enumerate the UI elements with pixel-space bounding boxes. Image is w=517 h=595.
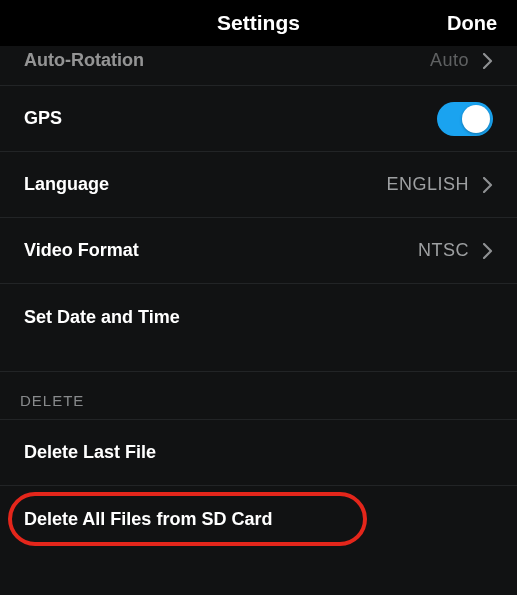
row-video-format[interactable]: Video Format NTSC (0, 218, 517, 284)
delete-all-files-label: Delete All Files from SD Card (24, 509, 272, 530)
row-set-date-time[interactable]: Set Date and Time (0, 284, 517, 350)
section-delete-header: DELETE (0, 372, 517, 420)
chevron-right-icon (483, 177, 493, 193)
auto-rotation-value: Auto (430, 50, 469, 71)
row-auto-rotation[interactable]: Auto-Rotation Auto (0, 50, 517, 86)
settings-list: Auto-Rotation Auto GPS Language ENGLISH (0, 46, 517, 595)
chevron-right-icon (483, 53, 493, 69)
gps-toggle[interactable] (437, 102, 493, 136)
done-button[interactable]: Done (447, 12, 497, 35)
section-gap (0, 350, 517, 372)
header-bar: Settings Done (0, 0, 517, 46)
row-language[interactable]: Language ENGLISH (0, 152, 517, 218)
video-format-right: NTSC (418, 240, 493, 261)
set-date-time-label: Set Date and Time (24, 307, 180, 328)
toggle-knob (462, 105, 490, 133)
gps-right (437, 102, 493, 136)
row-delete-all-files[interactable]: Delete All Files from SD Card (0, 486, 517, 552)
language-value: ENGLISH (386, 174, 469, 195)
chevron-right-icon (483, 243, 493, 259)
auto-rotation-right: Auto (430, 50, 493, 71)
settings-screen: Settings Done Auto-Rotation Auto GPS Lan… (0, 0, 517, 595)
video-format-value: NTSC (418, 240, 469, 261)
auto-rotation-label: Auto-Rotation (24, 50, 144, 71)
page-title: Settings (217, 11, 300, 35)
video-format-label: Video Format (24, 240, 139, 261)
row-gps[interactable]: GPS (0, 86, 517, 152)
delete-last-file-label: Delete Last File (24, 442, 156, 463)
language-right: ENGLISH (386, 174, 493, 195)
row-delete-last-file[interactable]: Delete Last File (0, 420, 517, 486)
gps-label: GPS (24, 108, 62, 129)
language-label: Language (24, 174, 109, 195)
